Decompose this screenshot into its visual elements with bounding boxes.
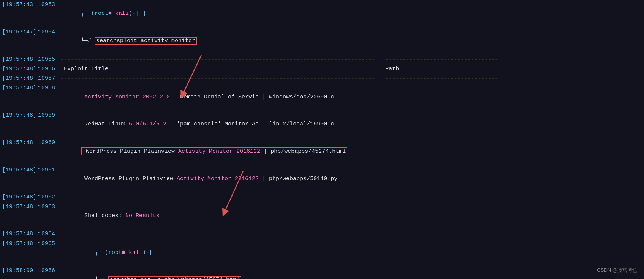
shellcodes-line: Shellcodes: No Results: [59, 203, 644, 229]
linenum-10960: 10960: [38, 138, 59, 147]
terminal-window: [19:57:43] 10953 ┌──(root■ kali)-[~] [19…: [0, 0, 644, 279]
timestamp-10964: [19:57:48]: [0, 230, 38, 238]
timestamp-10966: [19:58:00]: [0, 266, 38, 275]
command-searchsploit-p[interactable]: searchsploit -p php/webapps/45274.html: [108, 276, 241, 279]
timestamp-10962: [19:57:48]: [0, 193, 38, 201]
linenum-10963: 10963: [38, 203, 59, 211]
watermark: CSDN @藤宫博也: [597, 267, 637, 274]
line-10961: [19:57:48] 10961 WordPress Plugin Plainv…: [0, 165, 644, 193]
content-10953: ┌──(root■ kali)-[~]: [59, 0, 644, 27]
linenum-10964: 10964: [38, 230, 59, 238]
timestamp-10963: [19:57:48]: [0, 203, 38, 211]
content-10965: ┌──(root■ kali)-[~]: [59, 239, 644, 266]
line-10956: [19:57:48] 10956 Exploit Title | Path: [0, 64, 644, 74]
line-10954: [19:57:47] 10954 └─# searchsploit activi…: [0, 27, 644, 55]
table-header: Exploit Title | Path: [59, 65, 644, 73]
content-10966: └─# searchsploit -p php/webapps/45274.ht…: [59, 266, 644, 279]
command-searchsploit-activity[interactable]: searchsploit activity monitor: [95, 37, 197, 45]
result-row-1: Activity Monitor 2002 2.0 - Remote Denia…: [59, 84, 644, 110]
timestamp-10954: [19:57:47]: [0, 28, 38, 36]
timestamp-10965: [19:57:48]: [0, 239, 38, 248]
linenum-10961: 10961: [38, 166, 59, 174]
timestamp-10958: [19:57:48]: [0, 84, 38, 92]
linenum-10958: 10958: [38, 84, 59, 92]
line-10953: [19:57:43] 10953 ┌──(root■ kali)-[~]: [0, 0, 644, 27]
line-10958: [19:57:48] 10958 Activity Monitor 2002 2…: [0, 83, 644, 111]
line-10960: [19:57:48] 10960 WordPress Plugin Plainv…: [0, 138, 644, 165]
result-row-3: WordPress Plugin Plainview Activity Moni…: [59, 138, 644, 165]
linenum-10954: 10954: [38, 28, 59, 36]
timestamp-10955: [19:57:48]: [0, 55, 38, 64]
separator-top: ----------------------------------------…: [59, 55, 644, 64]
highlighted-row-45274: WordPress Plugin Plainview Activity Moni…: [81, 147, 347, 155]
timestamp-10953: [19:57:43]: [0, 0, 38, 9]
linenum-10957: 10957: [38, 74, 59, 83]
linenum-10962: 10962: [38, 193, 59, 201]
result-row-4: WordPress Plugin Plainview Activity Moni…: [59, 166, 644, 192]
linenum-10959: 10959: [38, 111, 59, 120]
separator-mid: ----------------------------------------…: [59, 74, 644, 83]
separator-bottom: ----------------------------------------…: [59, 193, 644, 201]
linenum-10965: 10965: [38, 239, 59, 248]
linenum-10955: 10955: [38, 55, 59, 64]
linenum-10953: 10953: [38, 0, 59, 9]
line-10964: [19:57:48] 10964: [0, 229, 644, 239]
line-10957: [19:57:48] 10957 -----------------------…: [0, 74, 644, 83]
timestamp-10956: [19:57:48]: [0, 65, 38, 73]
linenum-10956: 10956: [38, 65, 59, 73]
line-10965: [19:57:48] 10965 ┌──(root■ kali)-[~]: [0, 239, 644, 266]
timestamp-10961: [19:57:48]: [0, 166, 38, 174]
timestamp-10959: [19:57:48]: [0, 111, 38, 120]
line-10959: [19:57:48] 10959 RedHat Linux 6.0/6.1/6.…: [0, 111, 644, 138]
timestamp-10957: [19:57:48]: [0, 74, 38, 83]
line-10966: [19:58:00] 10966 └─# searchsploit -p php…: [0, 266, 644, 279]
linenum-10966: 10966: [38, 266, 59, 275]
line-10963: [19:57:48] 10963 Shellcodes: No Results: [0, 202, 644, 230]
content-10954: └─# searchsploit activity monitor: [59, 28, 644, 54]
timestamp-10960: [19:57:48]: [0, 138, 38, 147]
line-10955: [19:57:48] 10955 -----------------------…: [0, 55, 644, 64]
line-10962: [19:57:48] 10962 -----------------------…: [0, 192, 644, 202]
result-row-2: RedHat Linux 6.0/6.1/6.2 - 'pam_console'…: [59, 111, 644, 138]
